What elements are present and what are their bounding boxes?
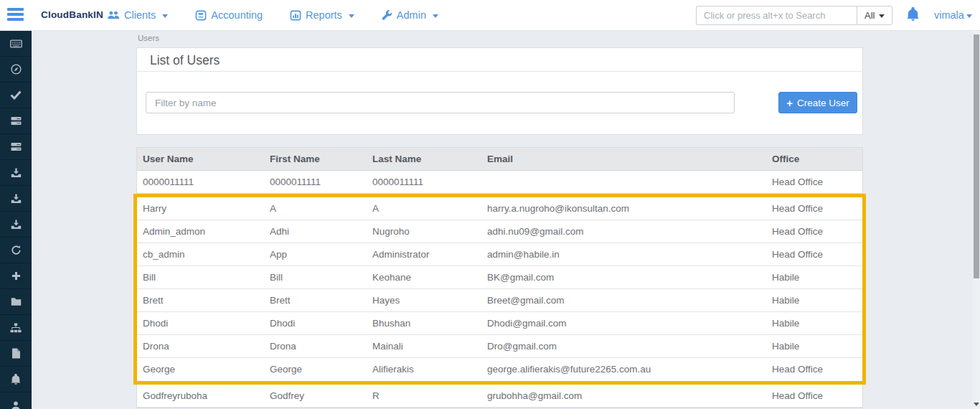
- cell-last-name: Hayes: [367, 289, 481, 311]
- caret-down-icon: [349, 14, 354, 18]
- vertical-scrollbar[interactable]: [973, 31, 980, 409]
- cell-last-name: 0000011111: [367, 171, 481, 193]
- cell-user-name: Drona: [137, 335, 264, 357]
- sidebar-item[interactable]: [0, 31, 32, 57]
- table-row[interactable]: 000001111100000111110000011111Head Offic…: [137, 171, 862, 194]
- search-input[interactable]: [696, 6, 857, 25]
- download-icon: [11, 194, 22, 204]
- scrollbar-thumb[interactable]: [974, 34, 979, 278]
- table-row[interactable]: cb_adminAppAdministratoradmin@habile.inH…: [137, 243, 862, 266]
- sidebar-item[interactable]: [0, 238, 32, 263]
- hamburger-menu-icon[interactable]: [7, 8, 24, 22]
- column-header-first-name[interactable]: First Name: [264, 148, 367, 170]
- column-header-email[interactable]: Email: [481, 148, 766, 170]
- cell-email: admin@habile.in: [481, 243, 766, 265]
- table-row[interactable]: Admin_admonAdhiNugrohoadhi.nu09@gmail.co…: [137, 220, 862, 243]
- cell-email: BK@gmail.com: [481, 266, 766, 288]
- breadcrumb: Users: [138, 34, 159, 42]
- cell-office: Habile: [766, 289, 862, 311]
- tasks-icon: [11, 116, 22, 126]
- cell-office: Habile: [766, 312, 862, 334]
- sidebar-item[interactable]: [0, 134, 32, 160]
- sidebar-item[interactable]: [0, 289, 32, 315]
- cell-email: Breet@gmail.com: [481, 289, 766, 311]
- users-icon: [108, 10, 120, 20]
- sidebar-item[interactable]: [0, 160, 32, 186]
- bar-chart-icon: [290, 10, 301, 21]
- table-row[interactable]: HarryAAharry.a.nugroho@ikonsultan.comHea…: [137, 197, 862, 220]
- nav-item-admin[interactable]: Admin: [382, 9, 438, 21]
- global-search: All: [696, 6, 892, 25]
- column-header-office[interactable]: Office: [766, 148, 862, 170]
- sidebar-item[interactable]: [0, 341, 32, 367]
- table-row[interactable]: BrettBrettHayesBreet@gmail.comHabile: [137, 289, 862, 312]
- table-row[interactable]: GodfreyrubohaGodfreyRgrubohha@gmail.comH…: [137, 385, 862, 408]
- cell-first-name: Brett: [264, 289, 367, 311]
- page-title: List of Users: [137, 48, 862, 72]
- cell-office: Head Office: [766, 171, 862, 193]
- nav-item-clients[interactable]: Clients: [108, 9, 168, 21]
- cell-first-name: Bill: [264, 266, 367, 288]
- search-scope-label: All: [864, 10, 875, 21]
- user-icon: [11, 400, 21, 409]
- scrollbar-down-arrow-icon[interactable]: [974, 403, 979, 406]
- sidebar-item[interactable]: [0, 57, 32, 83]
- user-menu[interactable]: vimala: [934, 0, 972, 30]
- cell-user-name: Admin_admon: [137, 220, 264, 243]
- sidebar-item[interactable]: [0, 83, 32, 108]
- table-row[interactable]: GeorgeGeorgeAlifierakisgeorge.alifieraki…: [137, 358, 862, 381]
- sidebar-item[interactable]: [0, 315, 32, 341]
- cell-first-name: Godfrey: [264, 385, 367, 407]
- caret-down-icon: [162, 14, 168, 18]
- file-icon: [11, 348, 21, 359]
- cell-office: Habile: [766, 266, 862, 288]
- create-user-button[interactable]: + Create User: [778, 92, 857, 113]
- nav-item-reports[interactable]: Reports: [290, 9, 354, 21]
- search-scope-dropdown[interactable]: All: [857, 6, 892, 25]
- cell-email: Dro@gmail.com: [481, 335, 766, 357]
- column-header-last-name[interactable]: Last Name: [367, 148, 481, 170]
- check-icon: [10, 90, 22, 100]
- cell-email: harry.a.nugroho@ikonsultan.com: [481, 197, 766, 220]
- brand-logo: CloudBankIN: [41, 0, 103, 30]
- sidebar-item[interactable]: [0, 392, 32, 409]
- cell-email: Dhodi@gmail.com: [481, 312, 766, 334]
- cell-office: Head Office: [766, 197, 862, 220]
- cell-user-name: Godfreyruboha: [137, 385, 264, 407]
- left-sidebar: [0, 31, 32, 409]
- cell-first-name: Dhodi: [264, 312, 367, 334]
- sidebar-item[interactable]: [0, 108, 32, 134]
- nav-item-label: Accounting: [211, 9, 263, 21]
- column-header-user-name[interactable]: User Name: [137, 148, 264, 170]
- nav-item-label: Clients: [124, 9, 156, 21]
- caret-down-icon: [966, 14, 972, 18]
- nav-item-label: Admin: [397, 9, 426, 21]
- download-icon: [11, 220, 22, 230]
- table-row[interactable]: DhodiDhodiBhushanDhodi@gmail.comHabile: [137, 312, 862, 335]
- notifications-bell-icon[interactable]: [907, 7, 919, 24]
- sidebar-item[interactable]: [0, 263, 32, 289]
- main-navigation: Clients Accounting Reports Admin: [108, 0, 438, 30]
- calculator-icon: [195, 10, 207, 21]
- cell-office: Head Office: [766, 220, 862, 243]
- cell-office: Head Office: [766, 385, 862, 407]
- cell-first-name: George: [264, 358, 367, 381]
- cell-first-name: 0000011111: [264, 171, 367, 193]
- filter-by-name-input[interactable]: [146, 92, 735, 113]
- table-row[interactable]: BillBillKeohaneBK@gmail.comHabile: [137, 266, 862, 289]
- sidebar-item[interactable]: [0, 367, 32, 392]
- sidebar-item[interactable]: [0, 212, 32, 238]
- refresh-icon: [11, 245, 22, 255]
- nav-item-accounting[interactable]: Accounting: [195, 9, 263, 21]
- cell-email: george.alifierakis@future2265.com.au: [481, 358, 766, 381]
- list-of-users-panel: List of Users + Create User: [136, 47, 863, 135]
- cell-last-name: Keohane: [367, 266, 481, 288]
- cell-last-name: A: [367, 197, 481, 220]
- cell-office: Head Office: [766, 358, 862, 381]
- cell-first-name: Adhi: [264, 220, 367, 243]
- caret-down-icon: [433, 14, 438, 18]
- table-row[interactable]: DronaDronaMainaliDro@gmail.comHabile: [137, 335, 862, 358]
- user-name: vimala: [934, 9, 964, 21]
- sidebar-item[interactable]: [0, 186, 32, 212]
- users-table: User Name First Name Last Name Email Off…: [136, 147, 863, 408]
